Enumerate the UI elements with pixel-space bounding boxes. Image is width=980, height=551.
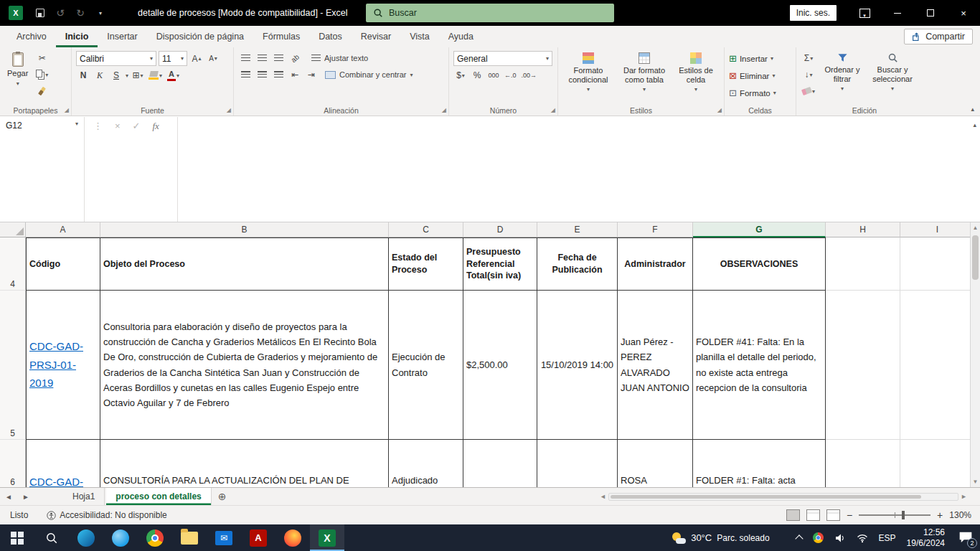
column-header-E[interactable]: E <box>537 222 618 237</box>
minimize-button[interactable] <box>881 0 914 26</box>
file-explorer-button[interactable] <box>172 524 207 551</box>
edge-button[interactable] <box>69 524 103 551</box>
scroll-left-icon[interactable]: ◄ <box>600 493 606 500</box>
borders-button[interactable]: ⊞▾ <box>131 68 145 83</box>
redo-icon[interactable]: ↻ <box>70 0 90 26</box>
comma-format-button[interactable]: 000 <box>486 68 501 83</box>
column-header-C[interactable]: C <box>389 222 463 237</box>
format-cells-button[interactable]: ⊡Formato▾ <box>729 85 791 100</box>
merge-center-button[interactable]: Combinar y centrar▾ <box>324 67 415 82</box>
network-icon[interactable] <box>857 532 868 544</box>
search-input[interactable] <box>389 8 590 18</box>
vertical-scroll-thumb[interactable] <box>972 235 979 280</box>
chrome-tray-icon[interactable] <box>813 532 824 543</box>
cell-H4[interactable] <box>826 237 900 291</box>
clipboard-dialog-launcher-icon[interactable]: ◢ <box>65 107 69 113</box>
cell-G6[interactable]: FOLDER #1: Falta: acta <box>693 440 826 487</box>
orientation-button[interactable]: ab <box>285 48 305 68</box>
autosum-button[interactable]: Σ▾ <box>801 51 816 65</box>
insert-function-icon[interactable]: fx <box>153 121 159 218</box>
tab-vista[interactable]: Vista <box>400 26 439 47</box>
chrome-button[interactable] <box>138 524 172 551</box>
name-box-caret-icon[interactable]: ▾ <box>75 121 78 218</box>
cell-A5[interactable]: CDC-GAD-PRSJ-01-2019 <box>26 291 100 440</box>
sheet-tab-proceso-con-detalles[interactable]: proceso con detalles <box>106 488 211 505</box>
process-link[interactable]: CDC-GAD-PRSJ-01-2019 <box>29 337 97 392</box>
zoom-slider-thumb[interactable] <box>902 511 905 519</box>
acrobat-button[interactable]: A <box>241 524 275 551</box>
cell-G5[interactable]: FOLDER #41: Falta: En la planilla el det… <box>693 291 826 440</box>
cancel-entry-icon[interactable]: × <box>115 121 121 218</box>
percent-format-button[interactable]: % <box>470 68 484 83</box>
paste-button[interactable]: Pegar▾ <box>4 51 31 103</box>
cell-C6[interactable]: Adjudicado <box>389 440 463 487</box>
styles-dialog-launcher-icon[interactable]: ◢ <box>717 107 722 113</box>
cell-I6[interactable] <box>900 440 975 487</box>
horizontal-scroll-thumb[interactable] <box>611 495 921 499</box>
cell-E6[interactable] <box>537 440 618 487</box>
weather-widget[interactable]: 30°C Parc. soleado <box>672 532 769 545</box>
cell-F6[interactable]: ROSA <box>618 440 693 487</box>
cell-styles-button[interactable]: Estilos de celda▾ <box>674 51 717 103</box>
search-box[interactable] <box>366 4 614 22</box>
cell-D5[interactable]: $2,500.00 <box>463 291 537 440</box>
cell-H6[interactable] <box>826 440 900 487</box>
process-link[interactable]: CDC-GAD- <box>29 473 97 487</box>
select-all-corner[interactable] <box>0 222 26 237</box>
tab-datos[interactable]: Datos <box>309 26 352 47</box>
align-middle-icon[interactable] <box>255 51 269 65</box>
cell-H5[interactable] <box>826 291 900 440</box>
conditional-formatting-button[interactable]: Formato condicional▾ <box>562 51 614 103</box>
ie-button[interactable] <box>103 524 138 551</box>
cell-B4[interactable]: Objeto del Proceso <box>100 237 389 291</box>
cell-E5[interactable]: 15/10/2019 14:00 <box>537 291 618 440</box>
taskbar-search-button[interactable] <box>34 524 69 551</box>
align-top-icon[interactable] <box>238 51 253 65</box>
tab-formulas[interactable]: Fórmulas <box>253 26 309 47</box>
row-header-6[interactable]: 6 <box>0 440 26 487</box>
scroll-right-icon[interactable]: ► <box>961 493 967 500</box>
sort-filter-button[interactable]: Ordenar y filtrar▾ <box>820 51 864 103</box>
scroll-down-icon[interactable]: ▼ <box>971 476 980 487</box>
cut-button[interactable]: ✂ <box>34 51 50 65</box>
cell-D4[interactable]: Presupuesto Referencial Total(sin iva) <box>463 237 537 291</box>
cell-B6[interactable]: CONSULTORÍA PARA LA ACTUALIZACIÓN DEL PL… <box>100 440 389 487</box>
row-header-4[interactable]: 4 <box>0 237 26 291</box>
start-button[interactable] <box>0 524 34 551</box>
insert-cells-button[interactable]: ⊞Insertar▾ <box>729 51 791 66</box>
hidden-icons-chevron-icon[interactable] <box>795 534 803 542</box>
column-header-B[interactable]: B <box>100 222 389 237</box>
copy-button[interactable]: ▾ <box>34 67 50 82</box>
fill-color-button[interactable]: ▾ <box>147 68 164 83</box>
font-family-select[interactable]: Calibri▾ <box>76 51 156 66</box>
currency-format-button[interactable]: $▾ <box>453 68 468 83</box>
name-box[interactable]: G12 ▾ <box>0 117 85 222</box>
cell-E4[interactable]: Fecha de Publicación <box>537 237 618 291</box>
bold-button[interactable]: N <box>76 68 90 83</box>
close-button[interactable]: × <box>947 0 980 26</box>
font-size-select[interactable]: 11▾ <box>159 51 187 66</box>
underline-button[interactable]: S <box>109 68 123 83</box>
ribbon-display-options-icon[interactable]: ▾ <box>848 0 881 26</box>
align-left-icon[interactable] <box>238 67 253 82</box>
language-indicator[interactable]: ESP <box>879 533 896 543</box>
maximize-button[interactable] <box>914 0 947 26</box>
scroll-up-icon[interactable]: ▲ <box>971 222 980 233</box>
cell-I5[interactable] <box>900 291 975 440</box>
notifications-button[interactable]: 2 <box>958 531 974 545</box>
italic-button[interactable]: K <box>93 68 107 83</box>
cell-G4[interactable]: OBSERVACIONES <box>693 237 826 291</box>
undo-icon[interactable]: ↺ <box>50 0 70 26</box>
volume-icon[interactable] <box>834 532 846 544</box>
tab-ayuda[interactable]: Ayuda <box>439 26 483 47</box>
decrease-font-icon[interactable]: A▾ <box>206 52 220 66</box>
page-layout-view-icon[interactable] <box>806 509 820 521</box>
page-break-view-icon[interactable] <box>826 509 840 521</box>
excel-logo-icon[interactable]: X <box>9 6 23 20</box>
font-dialog-launcher-icon[interactable]: ◢ <box>227 107 231 113</box>
align-bottom-icon[interactable] <box>271 51 286 65</box>
tab-disposicion[interactable]: Disposición de página <box>147 26 253 47</box>
new-sheet-icon[interactable]: ⊕ <box>212 488 233 505</box>
alignment-dialog-launcher-icon[interactable]: ◢ <box>442 107 446 113</box>
mail-button[interactable]: ✉ <box>207 524 241 551</box>
